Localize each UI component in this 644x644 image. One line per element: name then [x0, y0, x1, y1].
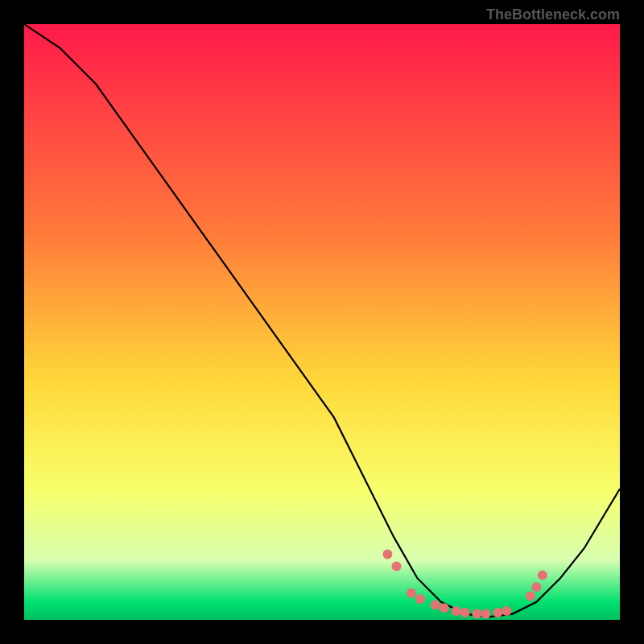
data-dot	[431, 601, 440, 610]
data-dot	[392, 561, 402, 571]
data-dot	[526, 591, 535, 601]
data-dot	[452, 606, 461, 616]
data-dot	[538, 571, 547, 580]
data-dot	[493, 608, 502, 617]
chart-frame	[24, 24, 620, 620]
data-dot	[472, 609, 481, 619]
data-dot	[407, 588, 416, 598]
data-dot	[481, 609, 491, 619]
data-dot	[415, 594, 425, 604]
attribution-label: TheBottleneck.com	[486, 6, 620, 23]
data-dot	[460, 608, 470, 617]
bottleneck-chart	[24, 24, 620, 620]
data-dot	[382, 550, 392, 559]
data-dot	[531, 582, 541, 592]
data-dot	[440, 603, 449, 613]
data-dot	[502, 606, 511, 616]
gradient-background	[24, 24, 620, 620]
